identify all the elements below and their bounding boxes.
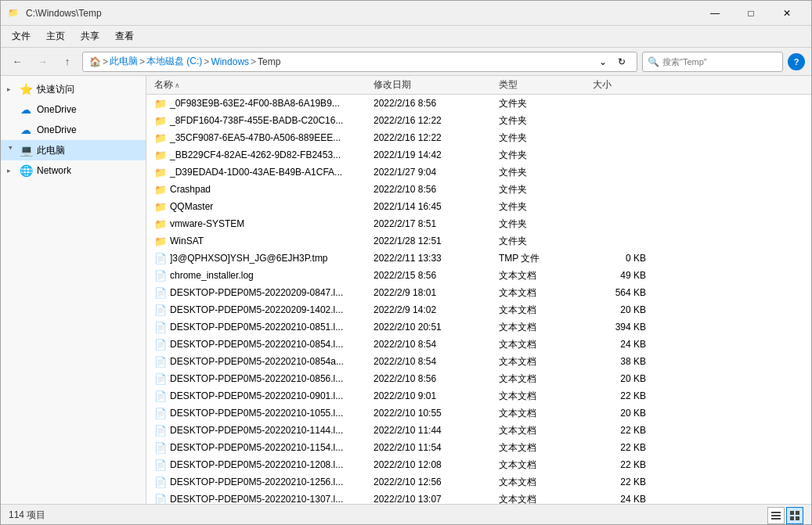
table-row[interactable]: 📁 QQMaster 2022/1/14 16:45 文件夹 [146, 198, 811, 215]
sidebar-label-onedrive1: OneDrive [37, 104, 77, 115]
cell-name: 📄 DESKTOP-PDEP0M5-20220210-0854.l... [150, 339, 369, 351]
cell-type: 文件夹 [494, 131, 588, 145]
sidebar-label-quick-access: 快速访问 [37, 83, 74, 96]
file-name-label: DESKTOP-PDEP0M5-20220210-0856.l... [170, 373, 343, 384]
onedrive2-icon: ☁ [20, 124, 32, 136]
cell-date: 2022/2/10 20:51 [369, 322, 494, 333]
table-row[interactable]: 📄 DESKTOP-PDEP0M5-20220210-0854.l... 202… [146, 336, 811, 353]
table-row[interactable]: 📄 chrome_installer.log 2022/2/15 8:56 文本… [146, 267, 811, 284]
address-input[interactable]: 🏠 > 此电脑 > 本地磁盘 (C:) > Windows > Temp ⌄ ↻ [82, 52, 637, 72]
title-path: C:\Windows\Temp [26, 8, 697, 19]
table-row[interactable]: 📁 _D39EDAD4-1D00-43AE-B49B-A1CFA... 2022… [146, 164, 811, 181]
file-name-label: vmware-SYSTEM [170, 218, 244, 229]
minimize-button[interactable]: — [697, 1, 733, 26]
file-name-label: _8FDF1604-738F-455E-BADB-C20C16... [170, 115, 343, 126]
table-row[interactable]: 📄 DESKTOP-PDEP0M5-20220210-1208.l... 202… [146, 456, 811, 473]
file-name-label: DESKTOP-PDEP0M5-20220210-0851.l... [170, 322, 343, 333]
file-name-label: _35CF9087-6EA5-47B0-A506-889EEE... [170, 132, 341, 143]
table-row[interactable]: 📄 DESKTOP-PDEP0M5-20220210-1055.l... 202… [146, 405, 811, 422]
cell-type: 文件夹 [494, 218, 588, 231]
view-details-button[interactable] [767, 507, 785, 524]
col-header-size[interactable]: 大小 [588, 78, 651, 92]
cell-type: 文本文档 [494, 476, 588, 489]
table-row[interactable]: 📁 WinSAT 2022/1/28 12:51 文件夹 [146, 232, 811, 250]
menu-share[interactable]: 共享 [73, 27, 107, 46]
up-button[interactable]: ↑ [57, 52, 78, 72]
sidebar-item-onedrive2[interactable]: ☁ OneDrive [1, 120, 146, 140]
cell-type: TMP 文件 [494, 252, 588, 265]
cell-size: 24 KB [588, 339, 651, 350]
menu-home[interactable]: 主页 [38, 27, 73, 46]
cell-type: 文本文档 [494, 286, 588, 300]
file-name-label: DESKTOP-PDEP0M5-20220210-1208.l... [170, 459, 343, 470]
table-row[interactable]: 📄 DESKTOP-PDEP0M5-20220210-1307.l... 202… [146, 491, 811, 504]
cell-type: 文件夹 [494, 114, 588, 128]
table-row[interactable]: 📄 DESKTOP-PDEP0M5-20220210-0854a... 2022… [146, 353, 811, 370]
cell-name: 📁 _D39EDAD4-1D00-43AE-B49B-A1CFA... [150, 167, 369, 178]
search-box[interactable]: 🔍 [642, 52, 783, 72]
cell-name: 📄 DESKTOP-PDEP0M5-20220210-0854a... [150, 356, 369, 368]
help-button[interactable]: ? [788, 53, 805, 70]
doc-file-icon: 📄 [154, 339, 167, 351]
cell-type: 文件夹 [494, 235, 588, 248]
view-tiles-button[interactable] [786, 507, 803, 524]
cell-type: 文本文档 [494, 321, 588, 334]
breadcrumb-c[interactable]: 本地磁盘 (C:) [146, 55, 202, 68]
breadcrumb-windows[interactable]: Windows [211, 56, 249, 67]
table-row[interactable]: 📄 DESKTOP-PDEP0M5-20220210-0901.l... 202… [146, 387, 811, 405]
table-row[interactable]: 📄 DESKTOP-PDEP0M5-20220210-1154.l... 202… [146, 439, 811, 456]
file-name-label: DESKTOP-PDEP0M5-20220210-0854a... [170, 356, 344, 367]
doc-file-icon: 📄 [154, 408, 167, 419]
cell-date: 2022/2/15 8:56 [369, 270, 494, 281]
table-row[interactable]: 📄 ]3@QPHXSO]YSH_JG@6EJH3P.tmp 2022/2/11 … [146, 250, 811, 267]
file-name-label: DESKTOP-PDEP0M5-20220209-1402.l... [170, 304, 343, 315]
cell-size: 20 KB [588, 408, 651, 419]
dropdown-button[interactable]: ⌄ [594, 53, 612, 70]
folder-icon: 📁 [154, 236, 167, 247]
svg-rect-3 [790, 511, 794, 515]
breadcrumb-pc[interactable]: 此电脑 [110, 55, 138, 68]
table-row[interactable]: 📁 _8FDF1604-738F-455E-BADB-C20C16... 202… [146, 112, 811, 129]
cell-date: 2022/2/17 8:51 [369, 218, 494, 229]
menu-bar: 文件 主页 共享 查看 [1, 26, 811, 48]
table-row[interactable]: 📄 DESKTOP-PDEP0M5-20220209-1402.l... 202… [146, 301, 811, 318]
menu-view[interactable]: 查看 [107, 27, 142, 46]
cell-type: 文本文档 [494, 355, 588, 369]
table-row[interactable]: 📁 _BB229CF4-82AE-4262-9D82-FB2453... 202… [146, 146, 811, 164]
file-area: 名称 ∧ 修改日期 类型 大小 📁 _0F983E9B-63E2-4F00-8B… [146, 76, 811, 504]
table-row[interactable]: 📄 DESKTOP-PDEP0M5-20220210-1144.l... 202… [146, 422, 811, 439]
search-input[interactable] [662, 57, 764, 67]
table-row[interactable]: 📁 _35CF9087-6EA5-47B0-A506-889EEE... 202… [146, 129, 811, 146]
table-row[interactable]: 📄 DESKTOP-PDEP0M5-20220209-0847.l... 202… [146, 284, 811, 301]
table-row[interactable]: 📁 Crashpad 2022/2/10 8:56 文件夹 [146, 181, 811, 198]
sidebar-item-network[interactable]: ▸ 🌐 Network [1, 160, 146, 181]
sidebar-item-this-pc[interactable]: ▸ 💻 此电脑 [1, 140, 146, 160]
sidebar-item-onedrive1[interactable]: ☁ OneDrive [1, 99, 146, 120]
breadcrumbs: 🏠 > 此电脑 > 本地磁盘 (C:) > Windows > Temp [89, 55, 591, 68]
cell-type: 文本文档 [494, 372, 588, 386]
cell-date: 2022/2/10 8:56 [369, 373, 494, 384]
maximize-button[interactable]: □ [733, 1, 769, 26]
col-header-name[interactable]: 名称 ∧ [150, 78, 369, 92]
sidebar-item-quick-access[interactable]: ▸ ⭐ 快速访问 [1, 79, 146, 99]
refresh-button[interactable]: ↻ [613, 53, 630, 70]
table-row[interactable]: 📁 _0F983E9B-63E2-4F00-8BA8-6A19B9... 202… [146, 95, 811, 112]
table-row[interactable]: 📄 DESKTOP-PDEP0M5-20220210-1256.l... 202… [146, 473, 811, 491]
cell-date: 2022/2/10 8:54 [369, 356, 494, 367]
cell-date: 2022/2/10 9:01 [369, 390, 494, 401]
back-button[interactable]: ← [7, 52, 27, 72]
address-bar: ← → ↑ 🏠 > 此电脑 > 本地磁盘 (C:) > Windows > Te… [1, 48, 811, 76]
cell-size: 22 KB [588, 442, 651, 453]
cell-name: 📄 DESKTOP-PDEP0M5-20220210-0856.l... [150, 373, 369, 385]
cell-name: 📄 DESKTOP-PDEP0M5-20220210-1256.l... [150, 476, 369, 488]
doc-file-icon: 📄 [154, 287, 167, 299]
menu-file[interactable]: 文件 [4, 27, 38, 46]
table-row[interactable]: 📄 DESKTOP-PDEP0M5-20220210-0851.l... 202… [146, 318, 811, 336]
forward-button[interactable]: → [32, 52, 52, 72]
table-row[interactable]: 📄 DESKTOP-PDEP0M5-20220210-0856.l... 202… [146, 370, 811, 387]
close-button[interactable]: ✕ [769, 1, 805, 26]
col-header-type[interactable]: 类型 [494, 78, 588, 92]
table-row[interactable]: 📁 vmware-SYSTEM 2022/2/17 8:51 文件夹 [146, 215, 811, 232]
col-header-date[interactable]: 修改日期 [369, 78, 494, 92]
cell-date: 2022/1/14 16:45 [369, 201, 494, 212]
